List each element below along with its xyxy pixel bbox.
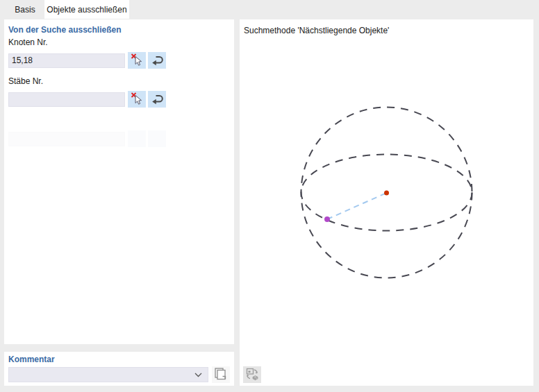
chevron-down-icon xyxy=(194,370,202,380)
tab-objekte-ausschliessen[interactable]: Objekte ausschließen xyxy=(44,0,129,19)
refresh-graphic-icon xyxy=(245,367,259,383)
staebe-pick-button[interactable] xyxy=(128,91,146,108)
search-radius-dashed-line xyxy=(327,193,387,219)
u-turn-left-arrow-icon xyxy=(150,92,164,108)
knoten-nr-row xyxy=(8,52,166,69)
knoten-nr-label: Knoten Nr. xyxy=(8,37,48,47)
comment-panel: Kommentar xyxy=(4,352,234,386)
u-turn-left-arrow-icon xyxy=(150,53,164,69)
staebe-nr-label: Stäbe Nr. xyxy=(8,76,43,86)
tab-bar: Basis Objekte ausschließen xyxy=(0,0,539,19)
tab-basis[interactable]: Basis xyxy=(6,0,44,19)
nearest-object-dot xyxy=(324,216,330,222)
knoten-pick-button[interactable] xyxy=(128,52,146,69)
comment-title: Kommentar xyxy=(8,355,55,364)
disabled-row-input xyxy=(8,132,125,146)
staebe-nr-input[interactable] xyxy=(8,92,125,107)
stacked-sheets-icon xyxy=(214,367,228,383)
knoten-nr-input[interactable] xyxy=(8,53,125,68)
pick-cursor-with-red-x-icon xyxy=(130,53,144,69)
staebe-nr-row xyxy=(8,91,166,108)
search-sphere-diagram xyxy=(240,19,533,386)
comment-copy-button[interactable] xyxy=(212,366,230,383)
center-node-dot xyxy=(384,191,389,196)
pick-cursor-with-red-x-icon xyxy=(130,92,144,108)
tab-basis-label: Basis xyxy=(15,5,35,15)
exclude-from-search-panel: Von der Suche ausschließen Knoten Nr. St… xyxy=(4,19,234,344)
knoten-undo-button[interactable] xyxy=(148,52,166,69)
search-method-preview-panel: Suchmethode 'Nächstliegende Objekte' xyxy=(240,19,533,386)
tab-objekte-label: Objekte ausschließen xyxy=(47,5,126,15)
apply-graphic-button xyxy=(243,366,261,383)
comment-row xyxy=(8,366,230,383)
staebe-undo-button[interactable] xyxy=(148,91,166,108)
disabled-pick-button xyxy=(128,130,146,147)
comment-combobox[interactable] xyxy=(8,367,208,382)
disabled-undo-button xyxy=(148,130,166,147)
section-title-exclude: Von der Suche ausschließen xyxy=(8,25,122,35)
